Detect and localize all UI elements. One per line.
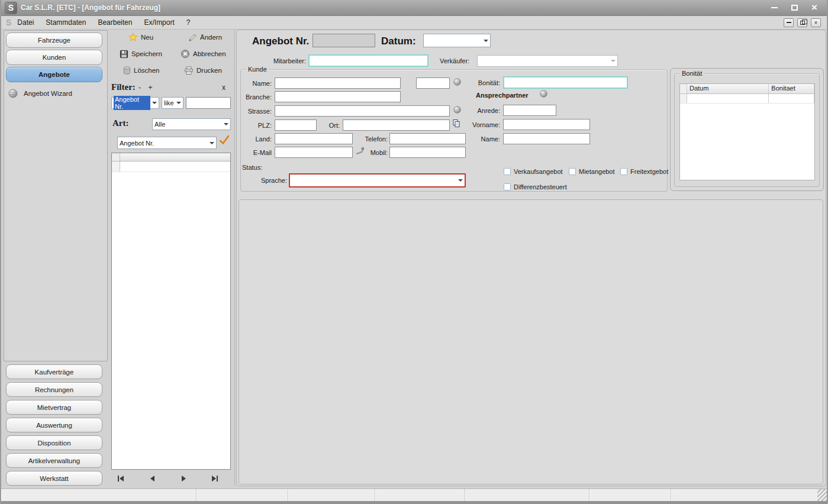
nav-next-button[interactable] — [182, 474, 186, 483]
filter-field-select[interactable]: Angebot Nr. — [111, 97, 159, 109]
printer-icon — [184, 66, 194, 75]
minimize-icon — [771, 7, 778, 8]
name-label: Name: — [242, 80, 272, 87]
filter-field-value: Angebot Nr. — [114, 96, 150, 110]
sidebar-item-kunden[interactable]: Kunden — [6, 50, 102, 65]
filter-value-input[interactable] — [186, 97, 231, 109]
menu-ex-import[interactable]: Ex/Import — [138, 16, 180, 29]
statusbar-segment — [196, 489, 288, 501]
menu-bearbeiten[interactable]: Bearbeiten — [92, 16, 138, 29]
sidebar-item-rechnungen[interactable]: Rechnungen — [6, 382, 102, 397]
name-input[interactable] — [275, 77, 401, 89]
ort-input[interactable] — [343, 119, 450, 131]
dropdown-arrow-icon — [175, 98, 183, 108]
branche-input[interactable] — [275, 91, 401, 102]
differenzbesteuert-checkbox[interactable] — [504, 183, 511, 190]
minimize-button[interactable] — [769, 2, 779, 13]
sidebar-item-mietvertrag[interactable]: Mietvertrag — [6, 400, 102, 415]
filter-close-button[interactable]: x — [220, 83, 227, 92]
mdi-minimize-button[interactable] — [784, 18, 794, 27]
sidebar-item-disposition[interactable]: Disposition — [6, 435, 102, 450]
results-list[interactable] — [111, 153, 231, 470]
list-item[interactable] — [112, 161, 230, 172]
land-input[interactable] — [275, 133, 353, 144]
telefon-label: Telefon: — [359, 135, 388, 143]
verkaeufer-select[interactable] — [477, 55, 618, 67]
statusbar-segment — [1, 489, 196, 501]
filter-operator-select[interactable]: like — [162, 97, 183, 109]
sidebar-item-werkstatt[interactable]: Werkstatt — [6, 471, 102, 486]
mietangebot-checkbox[interactable] — [569, 168, 576, 175]
art-label: Art: — [112, 118, 128, 128]
verkaufsangebot-label: Verkaufsangebot — [514, 168, 563, 175]
strasse-input[interactable] — [275, 105, 450, 117]
email-input[interactable] — [275, 147, 353, 158]
nav-previous-button[interactable] — [150, 474, 154, 483]
aendern-button[interactable]: Ändern — [188, 31, 222, 43]
copy-icon[interactable] — [452, 119, 461, 128]
cell-bonitaet — [769, 94, 814, 103]
close-button[interactable]: × — [809, 2, 820, 13]
abbrechen-label: Abbrechen — [193, 50, 226, 57]
telefon-input[interactable] — [389, 133, 466, 144]
sidebar-item-auswertung[interactable]: Auswertung — [6, 418, 102, 432]
vorname-input[interactable] — [503, 119, 590, 130]
apply-sort-button[interactable] — [219, 135, 230, 145]
globe-icon[interactable] — [453, 106, 461, 114]
sidebar-item-artikelverwaltung[interactable]: Artikelverwaltung — [6, 453, 102, 468]
speichern-button[interactable]: Speichern — [120, 48, 162, 60]
filter-add-button[interactable]: + — [147, 83, 154, 92]
globe-icon[interactable] — [453, 78, 461, 86]
table-row[interactable] — [680, 94, 814, 104]
freitextgebot-checkbox[interactable] — [620, 168, 627, 175]
mobil-input[interactable] — [389, 147, 466, 158]
name-code-input[interactable] — [416, 77, 450, 89]
sidebar-item-angebot-wizard[interactable]: Angebot Wizard — [8, 87, 72, 100]
menu-datei[interactable]: Datei — [11, 16, 40, 29]
filter-operator-value: like — [164, 99, 174, 106]
statusbar — [1, 489, 827, 501]
mitarbeiter-input[interactable] — [308, 54, 429, 67]
verkaufsangebot-checkbox[interactable] — [504, 168, 511, 175]
resize-grip[interactable] — [817, 489, 827, 501]
bonitaet-input[interactable] — [503, 76, 628, 89]
titlebar: S Car S.L.R. [ETC] - [Angebot für Fahrze… — [1, 0, 827, 16]
restore-icon — [800, 21, 805, 25]
row-selector-column — [680, 84, 687, 93]
send-email-icon[interactable] — [356, 147, 365, 154]
globe-icon[interactable] — [540, 90, 547, 98]
sidebar-item-fahrzeuge[interactable]: Fahrzeuge — [6, 33, 102, 48]
plz-input[interactable] — [275, 119, 317, 131]
sort-select[interactable]: Angebot Nr. — [117, 137, 217, 149]
abbrechen-button[interactable]: Abbrechen — [181, 48, 226, 60]
art-select[interactable]: Alle — [152, 118, 231, 130]
mdi-close-button[interactable]: × — [811, 18, 821, 27]
anrede-input[interactable] — [503, 105, 556, 116]
loeschen-button[interactable]: Löschen — [123, 64, 159, 76]
app-logo-icon: S — [5, 2, 17, 14]
sidebar-item-angebote[interactable]: Angebote — [6, 67, 102, 82]
sidebar-item-kaufvertraege[interactable]: Kaufverträge — [6, 364, 102, 379]
partner-name-input[interactable] — [503, 133, 590, 144]
datum-select[interactable] — [423, 34, 491, 47]
bonitaet-table[interactable]: Datum Bonitaet — [679, 83, 815, 180]
menu-stammdaten[interactable]: Stammdaten — [40, 16, 92, 29]
cancel-circle-icon — [181, 49, 190, 59]
nav-first-button[interactable] — [118, 474, 124, 483]
panel-divider — [234, 30, 235, 486]
neu-button[interactable]: Neu — [128, 31, 153, 43]
statusbar-segment — [589, 489, 671, 501]
nav-last-button[interactable] — [212, 474, 218, 483]
column-header-bonitaet[interactable]: Bonitaet — [769, 84, 814, 93]
filter-remove-button[interactable]: - — [136, 83, 143, 92]
neu-label: Neu — [141, 34, 153, 41]
mietangebot-label: Mietangebot — [579, 168, 615, 175]
drucken-button[interactable]: Drucken — [184, 64, 222, 76]
mdi-window-controls: × — [784, 18, 821, 27]
column-header-datum[interactable]: Datum — [687, 84, 769, 93]
sprache-select[interactable] — [289, 173, 466, 188]
maximize-button[interactable] — [789, 2, 800, 13]
mdi-restore-button[interactable] — [797, 18, 807, 27]
menu-help[interactable]: ? — [181, 16, 196, 29]
loeschen-label: Löschen — [134, 67, 159, 74]
